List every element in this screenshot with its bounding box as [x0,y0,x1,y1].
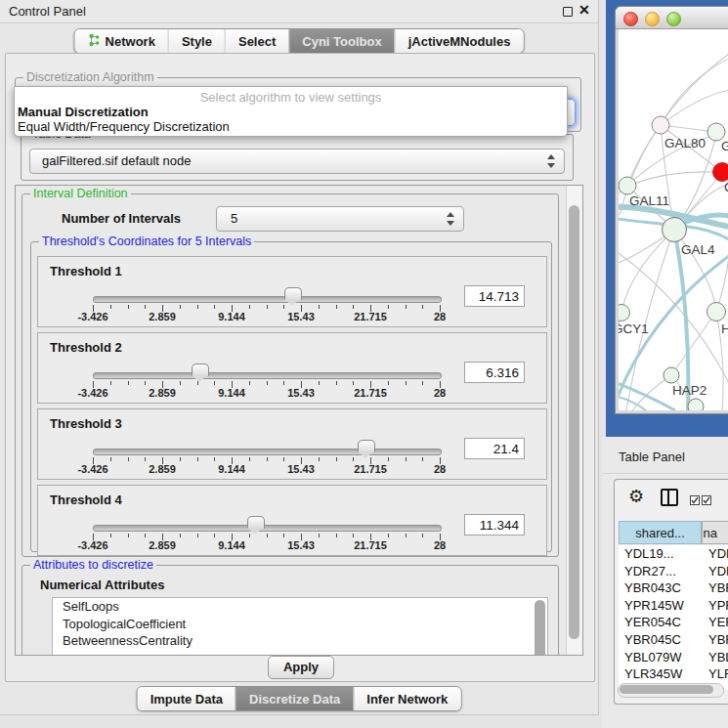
threshold-panel-3: Threshold 3-3.4262.8599.14415.4321.71528 [37,408,547,480]
settings-vertical-scrollbar[interactable] [566,186,582,655]
network-node-c[interactable] [713,163,728,182]
slider-tick-labels: -3.4262.8599.14415.4321.71528 [93,387,440,399]
threshold-value-field[interactable] [464,285,525,307]
threshold-value-field[interactable] [464,362,525,383]
tick-mark [283,534,284,537]
tick-mark [128,381,129,385]
table-panel-header: Table Panel [602,437,728,474]
table-row[interactable]: YLR345WYLR3 [619,665,728,683]
tick-mark [319,457,320,461]
attributes-group-title: Attributes to discretize [30,558,156,572]
numerical-attributes-list[interactable]: SelfLoopsTopologicalCoefficientBetweenne… [52,597,548,656]
slider-thumb[interactable] [247,516,265,529]
network-canvas[interactable]: GAL80G.CGAL11GAL4GCY1HHAP2 [619,29,728,410]
slider-track[interactable] [93,296,442,303]
close-icon[interactable]: ✕ [578,2,590,18]
algorithm-option-equal-width-frequency-discretization[interactable]: Equal Width/Frequency Discretization [18,119,230,134]
tick-mark [336,381,337,385]
tick-label: 28 [434,387,446,399]
tab-select[interactable]: Select [225,29,288,53]
slider-track[interactable] [93,449,442,455]
tab-label: Network [106,34,155,49]
tab-network[interactable]: Network [75,29,168,53]
node-label: GAL80 [664,136,706,150]
table-row[interactable]: YBR043CYBR0 [619,579,728,597]
tick-mark [214,381,215,385]
bottom-tab-discretize-data[interactable]: Discretize Data [236,687,353,710]
tick-mark [336,457,337,461]
table-horizontal-scrollbar[interactable] [618,683,724,698]
table-data-combobox[interactable]: galFiltered.sif default node [29,149,565,174]
tick-mark [283,381,284,385]
column-header-shared-name[interactable]: shared... [619,521,702,544]
table-row[interactable]: YBL079WYBL0 [619,649,728,666]
settings-scrollpane: Interval Definition Number of Intervals … [15,185,583,656]
slider-thumb[interactable] [358,440,375,452]
tick-label: 21.715 [354,387,387,399]
slider-thumb[interactable] [284,287,302,300]
threshold-value-field[interactable] [464,438,525,459]
network-node-gal11[interactable] [619,177,636,194]
mac-close-button[interactable] [623,12,638,26]
network-node-gal80[interactable] [652,116,669,134]
network-node-h[interactable] [707,303,726,321]
select-columns-checkboxes-icon[interactable] [690,492,711,509]
float-window-icon[interactable] [563,7,573,17]
threshold-label: Threshold 2 [50,340,122,355]
cell-name: YPR1 [708,598,728,613]
threshold-panel-2: Threshold 2-3.4262.8599.14415.4321.71528 [37,332,547,404]
columns-icon[interactable] [661,489,678,506]
tick-mark [422,457,423,461]
tab-cyni-toolbox[interactable]: Cyni Toolbox [288,29,394,53]
discretization-algorithm-group-title: Discretization Algorithm [23,70,157,84]
slider-track[interactable] [93,525,442,532]
cell-shared-name: YBR045C [624,632,681,647]
algorithm-option-manual-discretization[interactable]: Manual Discretization [18,105,149,119]
attributes-list-scrollbar[interactable] [535,600,545,656]
tick-mark [110,381,111,385]
network-node[interactable] [688,399,704,410]
mac-zoom-button[interactable] [666,12,681,26]
tick-mark [197,534,198,537]
tick-mark [388,457,389,461]
cell-name: YDR2 [708,564,728,578]
network-node-hap2[interactable] [664,367,679,383]
settings-scrollbar-thumb[interactable] [569,205,579,639]
tab-style[interactable]: Style [168,29,225,53]
tick-mark [249,381,250,385]
table-hscrollbar-thumb[interactable] [620,685,713,694]
tick-mark [128,305,129,309]
tick-label: 2.859 [149,463,176,475]
apply-button[interactable]: Apply [268,656,334,679]
attribute-item-topologicalcoefficient[interactable]: TopologicalCoefficient [53,616,547,633]
attributes-group: Attributes to discretize Numerical Attri… [21,565,559,656]
control-panel-title: Control Panel [9,4,86,19]
column-header-name[interactable]: na [702,521,728,544]
tick-mark [336,534,337,537]
tick-mark [319,381,320,385]
attribute-item-betweennesscentrality[interactable]: BetweennessCentrality [53,632,547,650]
table-row[interactable]: YDR27...YDR2 [619,563,728,580]
mac-minimize-button[interactable] [645,12,660,26]
tick-label: -3.426 [77,463,107,475]
bottom-tab-bar: Impute DataDiscretize DataInfer Network [137,686,462,711]
tab-jactivemnodules[interactable]: jActiveMNodules [395,29,524,53]
table-row[interactable]: YER054CYER0 [619,614,728,631]
combo-stepper-icon [547,153,556,169]
attribute-item-selfloops[interactable]: SelfLoops [53,598,547,616]
slider-track[interactable] [93,372,442,379]
tab-label: jActiveMNodules [408,34,511,49]
table-row[interactable]: YBR045CYBR0 [619,631,728,649]
slider-thumb[interactable] [192,364,209,376]
bottom-tab-infer-network[interactable]: Infer Network [353,687,460,710]
number-of-intervals-combobox[interactable]: 5 [216,206,464,232]
bottom-tab-impute-data[interactable]: Impute Data [138,687,236,710]
threshold-value-field[interactable] [464,514,525,535]
tick-label: -3.426 [77,539,107,551]
network-node-gcy1[interactable] [619,305,630,321]
tick-label: 2.859 [149,387,176,399]
table-row[interactable]: YDL19...YDL1 [619,545,728,563]
network-node-gal4[interactable] [663,218,687,242]
table-row[interactable]: YPR145WYPR1 [619,597,728,615]
gear-icon[interactable]: ⚙ [628,486,644,507]
